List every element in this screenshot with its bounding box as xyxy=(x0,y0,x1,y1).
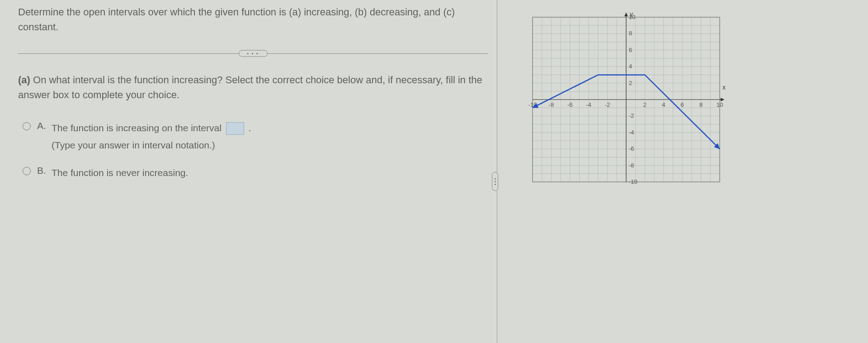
svg-text:10: 10 xyxy=(629,14,635,20)
radio-a[interactable] xyxy=(23,122,31,130)
option-a-text-before: The function is increasing on the interv… xyxy=(52,123,222,133)
svg-text:8: 8 xyxy=(629,30,632,37)
option-b-letter: B. xyxy=(37,165,52,176)
svg-text:-8: -8 xyxy=(549,101,554,108)
svg-text:-4: -4 xyxy=(629,129,634,136)
svg-text:-6: -6 xyxy=(567,101,573,108)
option-a-hint: (Type your answer in interval notation.) xyxy=(52,138,488,153)
option-b-row[interactable]: B. The function is never increasing. xyxy=(23,165,488,181)
radio-b[interactable] xyxy=(23,167,31,175)
question-prompt: Determine the open intervals over which … xyxy=(18,5,488,34)
part-a-label: (a) xyxy=(18,74,30,86)
svg-text:-2: -2 xyxy=(605,101,610,108)
svg-text:2: 2 xyxy=(643,101,646,108)
option-a-text-after: . xyxy=(249,123,251,133)
function-graph: yx-10-8-6-4-2246810-10-8-6-4-2246810 xyxy=(524,9,728,190)
option-b-text: The function is never increasing. xyxy=(52,167,188,178)
svg-text:-10: -10 xyxy=(629,178,637,185)
svg-text:-4: -4 xyxy=(586,101,591,108)
svg-marker-46 xyxy=(624,13,628,16)
part-a-question: (a) On what interval is the function inc… xyxy=(18,72,488,102)
svg-text:6: 6 xyxy=(629,47,632,53)
svg-text:x: x xyxy=(722,84,726,91)
interval-answer-input[interactable] xyxy=(226,122,244,135)
svg-text:4: 4 xyxy=(662,101,665,108)
expand-pill[interactable]: • • • xyxy=(238,50,267,57)
svg-text:4: 4 xyxy=(629,63,632,70)
svg-text:8: 8 xyxy=(699,101,703,108)
svg-text:-2: -2 xyxy=(629,112,634,119)
svg-text:6: 6 xyxy=(681,101,684,108)
svg-text:10: 10 xyxy=(717,101,723,108)
svg-text:-8: -8 xyxy=(629,162,634,169)
option-a-row[interactable]: A. The function is increasing on the int… xyxy=(23,120,488,152)
part-a-text: On what interval is the function increas… xyxy=(18,74,482,100)
svg-marker-45 xyxy=(721,98,724,101)
svg-text:-6: -6 xyxy=(629,145,634,152)
svg-text:2: 2 xyxy=(629,80,632,86)
option-a-letter: A. xyxy=(37,120,52,131)
section-separator[interactable]: • • • xyxy=(18,48,488,59)
